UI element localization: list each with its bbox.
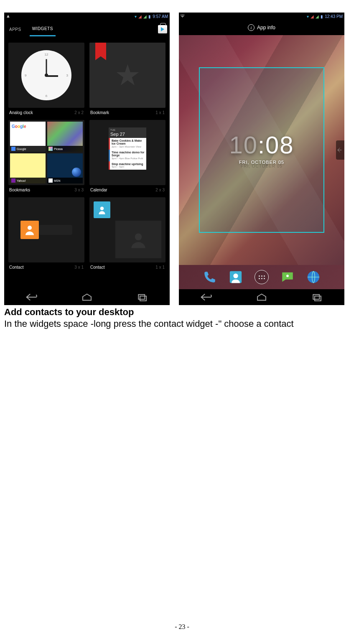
widget-drawer-screenshot: ▲ ▾ ◢ ◢ ▮ 9:57 AM APPS WIDGETS	[4, 13, 170, 305]
home-button[interactable]	[255, 293, 268, 301]
calendar-preview: TUE Sep 27 Bake Cookies & Make Ice Cream…	[109, 127, 146, 178]
widget-label: Contact 3 x 1	[8, 265, 84, 270]
bookmark-tile: Picasa	[47, 122, 83, 152]
widget-label: Bookmark 1 x 1	[89, 110, 165, 115]
status-bar: Ψ ▾ ◢ ◢ ▮ 12:43 PM	[179, 13, 344, 20]
widget-analog-clock[interactable]: 12 3 6 9 Analog clock 2 x 2	[6, 40, 87, 117]
home-drop-screenshot: Ψ ▾ ◢ ◢ ▮ 12:43 PM i App info 10:08	[179, 13, 344, 305]
browser-app-icon[interactable]	[306, 270, 321, 284]
clock-num: 3	[66, 74, 68, 77]
dock	[179, 265, 344, 289]
widget-grid: 12 3 6 9 Analog clock 2 x 2	[4, 38, 170, 289]
status-time: 9:57 AM	[153, 14, 168, 19]
clock-num: 12	[45, 53, 48, 56]
widget-label: Analog clock 2 x 2	[8, 110, 84, 115]
instruction-heading: Add contacts to your desktop	[4, 307, 360, 318]
battery-icon: ▮	[148, 14, 151, 19]
clock-widget-being-dragged[interactable]: 10:08	[229, 131, 294, 159]
contact-card-icon	[94, 201, 110, 218]
signal-sim1-icon: ◢	[138, 14, 142, 19]
contact-avatar-icon	[20, 221, 39, 239]
status-bar: ▲ ▾ ◢ ◢ ▮ 9:57 AM	[4, 13, 170, 20]
wifi-icon: ▾	[135, 14, 137, 19]
clock-face-icon: 12 3 6 9	[21, 50, 71, 100]
page-content: ▲ ▾ ◢ ◢ ▮ 9:57 AM APPS WIDGETS	[0, 0, 364, 329]
status-time: 12:43 PM	[325, 14, 343, 19]
widget-preview: ★	[89, 43, 165, 108]
bookmark-tile: MSN	[47, 153, 83, 183]
bookmark-tile: Google Google	[10, 122, 46, 152]
widget-calendar[interactable]: TUE Sep 27 Bake Cookies & Make Ice Cream…	[87, 117, 168, 195]
wifi-icon: ▾	[307, 14, 309, 19]
instruction-body: In the widgets space -long press the con…	[4, 318, 360, 329]
battery-icon: ▮	[321, 14, 323, 19]
phone-app-icon[interactable]	[203, 270, 217, 284]
widget-bookmark[interactable]: ★ Bookmark 1 x 1	[87, 40, 168, 117]
back-button[interactable]	[200, 293, 213, 301]
signal-sim2-icon: ◢	[143, 14, 147, 19]
widget-label: Bookmarks 3 x 3	[8, 188, 84, 192]
widget-bookmarks-grid[interactable]: Google Google Picasa Yahoo! M	[6, 117, 87, 195]
svg-point-0	[28, 226, 32, 230]
clock-num: 6	[46, 94, 47, 98]
app-drawer-button[interactable]	[255, 270, 269, 284]
home-button[interactable]	[81, 293, 93, 301]
recent-apps-button[interactable]	[136, 293, 148, 301]
back-button[interactable]	[25, 293, 38, 301]
navigation-bar	[179, 289, 344, 305]
widget-preview: 12 3 6 9	[8, 43, 84, 108]
svg-rect-3	[138, 295, 145, 299]
play-store-icon[interactable]	[158, 25, 167, 33]
star-icon: ★	[115, 58, 141, 92]
widget-preview	[8, 197, 84, 262]
widget-contact-row[interactable]: Contact 3 x 1	[6, 195, 87, 272]
messaging-app-icon[interactable]	[280, 270, 295, 284]
page-number: - 23 -	[0, 623, 364, 631]
bookmark-tile: Yahoo!	[10, 153, 46, 183]
usb-icon: Ψ	[181, 13, 184, 18]
signal-sim2-icon: ◢	[316, 14, 319, 19]
svg-rect-9	[313, 295, 319, 299]
app-info-label: App info	[257, 25, 275, 31]
svg-point-1	[100, 206, 104, 210]
people-app-icon[interactable]	[229, 270, 243, 284]
info-icon: i	[248, 24, 255, 31]
widget-label: Contact 1 x 1	[89, 265, 165, 270]
ribbon-icon	[95, 43, 106, 60]
svg-rect-10	[315, 296, 321, 301]
notification-icon: ▲	[6, 13, 10, 18]
recent-apps-button[interactable]	[311, 293, 323, 301]
svg-point-2	[135, 233, 142, 240]
widget-preview	[89, 197, 165, 262]
instruction-text: Add contacts to your desktop In the widg…	[4, 307, 360, 329]
svg-point-7	[286, 275, 289, 277]
home-screen[interactable]: 10:08 FRI, OCTOBER 05 FRI, OCTOBER 05	[179, 35, 344, 265]
signal-sim1-icon: ◢	[311, 14, 314, 19]
widget-preview: Google Google Picasa Yahoo! M	[8, 120, 84, 185]
svg-rect-4	[140, 296, 146, 301]
next-page-peek[interactable]	[336, 140, 344, 160]
clock-num: 9	[25, 74, 26, 77]
widget-drop-zone[interactable]: 10:08 FRI, OCTOBER 05 FRI, OCTOBER 05	[199, 67, 325, 233]
screenshots-row: ▲ ▾ ◢ ◢ ▮ 9:57 AM APPS WIDGETS	[4, 13, 360, 305]
widget-label: Calendar 2 x 3	[89, 188, 165, 192]
svg-point-6	[233, 274, 238, 278]
tab-apps[interactable]: APPS	[7, 23, 24, 36]
widget-contact-card[interactable]: Contact 1 x 1	[87, 195, 168, 272]
widget-preview: TUE Sep 27 Bake Cookies & Make Ice Cream…	[89, 120, 165, 185]
app-info-drop-target[interactable]: i App info	[179, 20, 344, 35]
clock-widget-date-shadow: FRI, OCTOBER 05	[241, 164, 283, 168]
drawer-header: APPS WIDGETS	[4, 20, 170, 38]
contact-name-placeholder	[39, 225, 72, 235]
navigation-bar	[4, 289, 170, 305]
drawer-tabs: APPS WIDGETS	[7, 22, 56, 36]
tab-widgets[interactable]: WIDGETS	[30, 22, 56, 36]
